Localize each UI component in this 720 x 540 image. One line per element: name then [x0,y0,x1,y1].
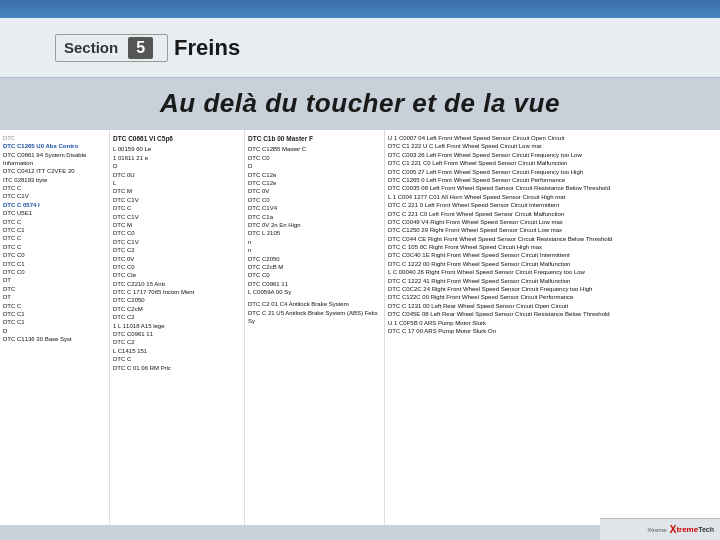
list-item: L C 00040 26 Right Front Wheel Speed Sen… [388,268,617,276]
list-item: L C1415 151 [113,347,241,355]
list-item: DTC C0 [113,263,241,271]
list-item: DTC C1250 29 Right Front Wheel Speed Sen… [388,226,617,234]
list-item: DTC M [113,187,241,195]
list-item: DTC C 21 U5 Antilock Brake System (ABS) … [248,309,381,326]
list-item: DTC C0035 08 Left Front Wheel Speed Sens… [388,184,617,192]
list-item: DTC C0 [3,268,106,276]
list-item: L C0059A 00 Sy [248,288,381,296]
list-item: D [113,162,241,170]
list-item: DTC C1a [248,213,381,221]
column-2: DTC C0661 VI C5p6 L 00159 60 Le 1 01611 … [110,130,245,525]
list-item: DTC [3,134,106,142]
list-item: DTC C003 26 Left Front Wheel Speed Senso… [388,151,617,159]
list-item: DTC C1V [113,213,241,221]
section-header: Section 5 Freins [0,18,720,78]
list-item: DTC U5E1 [3,209,106,217]
col2-header: DTC C0661 VI C5p6 [113,134,241,143]
list-item: DT [3,293,106,301]
list-item: DTC C044 CE Right Front Wheel Speed Sens… [388,235,617,243]
list-item: DTC C0412 ITT C2VFE 20 [3,167,106,175]
list-item: DTC C005 27 Left Front Wheel Speed Senso… [388,168,617,176]
list-item: DTC C1136 30 Base Syst [3,335,106,343]
list-item: DTC 0V [248,187,381,195]
col3-header: DTC C1b 00 Master F [248,134,381,143]
list-item: DTC C122C 00 Right Front Wheel Speed Sen… [388,293,617,301]
section-number: 5 [128,37,153,59]
column-3: DTC C1b 00 Master F DTC C12B5 Master C D… [245,130,385,525]
list-item: DTC C2210 15 Anb [113,280,241,288]
list-item: DTC C2 [113,338,241,346]
list-item: DTC C2050 [113,296,241,304]
list-item: DTC C0 [248,154,381,162]
list-item: DTC C1 222 U C Left Front Wheel Speed Ci… [388,142,617,150]
list-item: DTC C0C2C 24 Right Front Wheel Speed Sen… [388,285,617,293]
list-item: DTC C0861 94 System Disable Information [3,151,106,168]
list-item: n [248,246,381,254]
list-item: DTC C1 [3,318,106,326]
list-item: 1 L 11018 A15 lege [113,322,241,330]
list-item: DTC M [113,221,241,229]
list-item: DTC C12e [248,171,381,179]
list-item: DTC C 0574 I [3,201,106,209]
list-item: DTC C 221 0 Left Front Wheel Speed Senso… [388,201,617,209]
bottom-bar: Xtreme X treme Tech [600,518,720,540]
list-item: DTC L 2105 [248,229,381,237]
list-item: DTC C2 [113,246,241,254]
content-area: DTC DTC C1265 U0 Abs Contro DTC C0861 94… [0,130,720,525]
subtitle: Au delà du toucher et de la vue [0,88,720,119]
top-banner [0,0,720,18]
list-item: DTC C0049 V4 Right Front Wheel Speed Sen… [388,218,617,226]
list-item: DTC C1 [3,226,106,234]
list-item: DTC C0 [248,271,381,279]
list-item: DTC C 1222 00 Right Front Wheel Speed Se… [388,260,617,268]
list-item: DTC 0V 2n En Hign [248,221,381,229]
list-item: DTC [3,285,106,293]
list-item: L [113,179,241,187]
list-item: 1 01611 21 e [113,154,241,162]
list-item: DTC C 01 06 RM Pric [113,364,241,372]
list-item: DTC C1 221 C0 Left Front Wheel Speed Sen… [388,159,617,167]
list-item: DTC C1V4 [248,204,381,212]
list-item: DTC C [3,243,106,251]
list-item: DTC C2 [113,313,241,321]
list-item: DT [3,276,106,284]
list-item: DTC C2cB M [248,263,381,271]
list-item: DTC C 105 0C Right Front Wheel Speed Cir… [388,243,617,251]
list-item: DTC C 1231 00 Left Rear Wheel Speed Sens… [388,302,617,310]
list-item: DTC C2 01 C4 Antilock Brake System [248,300,381,308]
page-wrapper: Section 5 Freins Au delà du toucher et d… [0,0,720,540]
list-item: U 1 C0F5B 0 ARS Pump Motor Slurk [388,319,617,327]
logo-subtitle: Xtreme [647,527,666,533]
list-item: DTC C [113,355,241,363]
list-item: DTC C12B5 Master C [248,145,381,153]
list-item: DTC C0 [113,229,241,237]
list-item: DTC C0961 11 [248,280,381,288]
list-item: DTC 0U [113,171,241,179]
list-item: DTC C1265 U0 Abs Contro [3,142,106,150]
list-item: DTC C1V [113,196,241,204]
list-item: DTC C0 [3,251,106,259]
section-title: Freins [174,35,240,61]
list-item: DTC C [3,218,106,226]
list-item: DTC C2050 [248,255,381,263]
column-1: DTC DTC C1265 U0 Abs Contro DTC C0861 94… [0,130,110,525]
list-item: D [3,327,106,335]
list-item: DTC C [113,204,241,212]
list-item: DTC C1V [113,238,241,246]
list-item: DTC C 221 C0 Left Front Wheel Speed Sens… [388,210,617,218]
list-item: DTC Cle [113,271,241,279]
list-item: n [248,238,381,246]
list-item: U 1 C0007 04 Left Front Wheel Speed Sens… [388,134,617,142]
list-item: L 1 C004 1277 C01 All Horn Wheel Speed S… [388,193,617,201]
list-item: DTC C [3,184,106,192]
list-item: DTC C12e [248,179,381,187]
list-item: ITC 028193 byte [3,176,106,184]
list-item: DTC C 17 00 ARS Pump Motor Slurk On [388,327,617,335]
list-item: DTC C0 [248,196,381,204]
list-item: DTC C1 [3,260,106,268]
section-label: Section [64,39,118,56]
list-item: DTC C [3,302,106,310]
list-item: DTC C2cM [113,305,241,313]
list-item: DTC C1 [3,310,106,318]
list-item: DTC C 1222 41 Right Front Wheel Speed Se… [388,277,617,285]
